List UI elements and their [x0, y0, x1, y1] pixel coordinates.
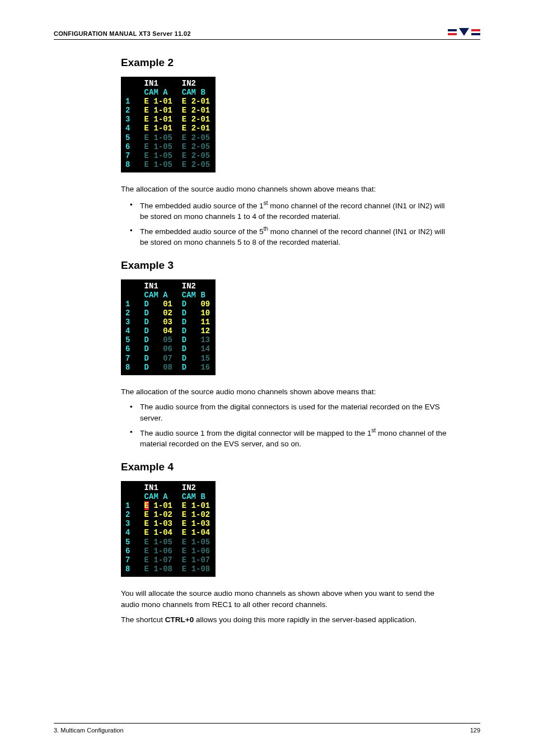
shortcut-label: CTRL+0	[165, 615, 194, 624]
logo-shape	[471, 33, 480, 35]
list-item: The audio source 1 from the digital conn…	[130, 427, 451, 450]
example3-intro: The allocation of the source audio mono …	[121, 386, 451, 398]
evs-logo	[448, 28, 480, 37]
example4-para1: You will allocate the source audio mono …	[121, 588, 451, 610]
list-item: The embedded audio source of the 5th mon…	[130, 225, 451, 248]
footer-rule	[54, 723, 480, 724]
list-item: The audio source from the digital connec…	[130, 402, 451, 423]
logo-shape	[459, 28, 469, 36]
example4-para2: The shortcut CTRL+0 allows you doing thi…	[121, 614, 451, 626]
list-item: The embedded audio source of the 1st mon…	[130, 199, 451, 222]
logo-shape	[448, 29, 457, 31]
logo-shape	[448, 33, 457, 35]
logo-shape	[471, 29, 480, 31]
example2-intro: The allocation of the source audio mono …	[121, 184, 451, 195]
example2-terminal: IN1 IN2 CAM A CAM B 1 E 1-01 E 2-012 E 1…	[121, 77, 216, 172]
example4-heading: Example 4	[121, 461, 451, 473]
header-rule	[54, 39, 480, 40]
example2-heading: Example 2	[121, 57, 451, 69]
example3-terminal: IN1 IN2 CAM A CAM B 1 D 01 D 092 D 02 D …	[121, 279, 216, 375]
text: allows you doing this more rapidly in th…	[194, 615, 416, 624]
example4-terminal: IN1 IN2 CAM A CAM B 1 E 1-01 E 1-012 E 1…	[121, 481, 216, 577]
doc-header-title: CONFIGURATION MANUAL XT3 Server 11.02	[54, 30, 191, 37]
example3-bullets: The audio source from the digital connec…	[121, 402, 451, 450]
text: The shortcut	[121, 615, 165, 624]
footer-page-number: 129	[470, 727, 480, 734]
footer-section: 3. Multicam Configuration	[54, 727, 124, 734]
example3-heading: Example 3	[121, 259, 451, 272]
example2-bullets: The embedded audio source of the 1st mon…	[121, 199, 451, 248]
